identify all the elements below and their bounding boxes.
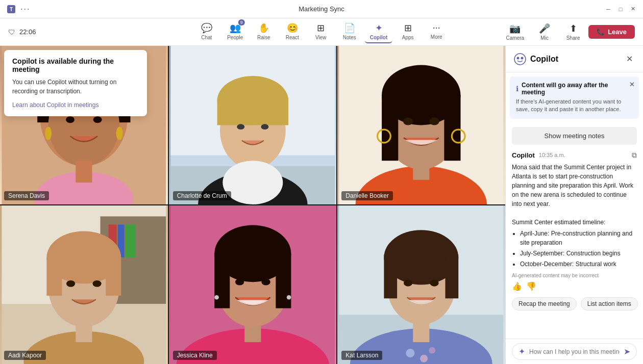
- apps-button[interactable]: ⊞ Apps: [394, 20, 421, 43]
- send-button[interactable]: ➤: [624, 347, 630, 356]
- camera-label: Camera: [506, 35, 525, 41]
- svg-rect-31: [444, 95, 461, 161]
- msg-text: Mona said that the Summit Center project…: [512, 163, 637, 269]
- timeline-item-3: October-December: Structural work: [520, 259, 637, 269]
- share-button[interactable]: ⬆ Share: [560, 21, 586, 43]
- mic-label: Mic: [540, 35, 549, 41]
- raise-label: Raise: [257, 35, 270, 40]
- notes-button[interactable]: 📄 Notes: [336, 20, 363, 43]
- svg-point-75: [514, 54, 526, 65]
- svg-rect-30: [382, 95, 398, 161]
- info-banner-title: Content will go away after the meeting: [522, 82, 633, 96]
- leave-button[interactable]: 📞 Leave: [588, 25, 635, 39]
- chat-label: Chat: [201, 35, 212, 40]
- share-icon: ⬆: [570, 23, 577, 34]
- panel-title: Copilot: [530, 55, 624, 64]
- react-icon: 😊: [287, 22, 298, 34]
- react-button[interactable]: 😊 React: [279, 20, 306, 43]
- danielle-portrait: [337, 46, 505, 204]
- recap-button[interactable]: Recap the meeting: [512, 297, 577, 310]
- main-content: Copilot is available during the meeting …: [0, 46, 643, 364]
- kat-label: Kat Larsson: [341, 351, 382, 360]
- jessica-portrait: [169, 205, 337, 364]
- tooltip-title: Copilot is available during the meeting: [12, 57, 139, 73]
- chat-icon: 💬: [201, 22, 212, 34]
- tooltip-text: You can use Copilot without turning on r…: [12, 77, 139, 96]
- notes-icon: 📄: [344, 22, 355, 34]
- show-notes-button[interactable]: Show meeting notes: [512, 127, 637, 145]
- people-button[interactable]: 👥9 People: [222, 20, 249, 43]
- svg-point-8: [93, 116, 102, 123]
- mic-icon: 🎤: [539, 23, 550, 34]
- apps-icon: ⊞: [404, 22, 412, 34]
- react-label: React: [286, 35, 299, 40]
- copilot-sparkle-button[interactable]: ✦: [518, 347, 525, 356]
- toolbar-left: 🛡 22:06: [8, 28, 36, 36]
- info-banner-close[interactable]: ✕: [629, 81, 635, 88]
- minimize-button[interactable]: ─: [604, 5, 612, 13]
- video-grid: Copilot is available during the meeting …: [0, 46, 505, 364]
- raise-button[interactable]: ✋ Raise: [251, 20, 277, 43]
- copilot-tooltip: Copilot is available during the meeting …: [4, 50, 147, 116]
- toolbar-center: 💬 Chat 👥9 People ✋ Raise 😊 React ⊞ View …: [193, 20, 450, 43]
- shield-icon: 🛡: [8, 28, 15, 36]
- msg-intro: Mona said that the Summit Center project…: [512, 164, 633, 207]
- svg-rect-12: [76, 161, 92, 183]
- timeline-item-2: July-September: Construction begins: [520, 249, 637, 258]
- svg-point-66: [421, 355, 428, 362]
- mic-button[interactable]: 🎤 Mic: [531, 21, 558, 43]
- maximize-button[interactable]: □: [616, 5, 625, 13]
- input-row: ✦ ➤: [512, 343, 637, 360]
- charlotte-label: Charlotte de Crum: [173, 191, 231, 200]
- svg-point-10: [116, 127, 123, 140]
- svg-point-34: [403, 117, 413, 125]
- svg-point-22: [261, 124, 268, 129]
- info-icon: ℹ: [516, 85, 518, 93]
- svg-text:T: T: [10, 7, 13, 12]
- list-action-items-button[interactable]: List action items: [581, 297, 638, 310]
- thumbs-up-button[interactable]: 👍: [512, 281, 522, 291]
- panel-content: Show meeting notes Copilot 10:35 a.m. ⧉ …: [506, 123, 643, 339]
- tooltip-link[interactable]: Learn about Copilot in meetings: [12, 101, 98, 109]
- camera-button[interactable]: 📷 Camera: [501, 21, 530, 43]
- close-button[interactable]: ✕: [629, 5, 637, 13]
- window-controls: ─ □ ✕: [604, 5, 637, 13]
- msg-sender: Copilot: [512, 151, 535, 159]
- people-label: People: [227, 35, 243, 40]
- chat-button[interactable]: 💬 Chat: [193, 20, 220, 43]
- action-buttons: Recap the meeting List action items ↻: [512, 297, 637, 313]
- svg-rect-47: [106, 257, 121, 296]
- copilot-button[interactable]: ✦ Copilot: [365, 20, 392, 43]
- teams-logo: T: [6, 4, 16, 14]
- more-button[interactable]: ··· More: [423, 20, 450, 43]
- svg-point-9: [45, 127, 52, 140]
- aadi-label: Aadi Kapoor: [4, 351, 46, 360]
- jessica-label: Jessica Kline: [173, 351, 217, 360]
- view-icon: ⊞: [317, 22, 325, 34]
- svg-point-23: [222, 161, 283, 204]
- copilot-label: Copilot: [370, 35, 387, 40]
- thumbs-down-button[interactable]: 👎: [526, 281, 536, 291]
- svg-point-49: [92, 280, 101, 287]
- video-cell-jessica: Jessica Kline: [169, 205, 337, 364]
- svg-point-35: [430, 117, 439, 125]
- svg-point-72: [387, 260, 455, 280]
- notes-label: Notes: [343, 35, 356, 40]
- app-menu[interactable]: ···: [20, 5, 30, 14]
- leave-label: Leave: [608, 28, 627, 36]
- svg-rect-71: [446, 255, 459, 299]
- danielle-label: Danielle Booker: [341, 191, 393, 200]
- chat-input[interactable]: [529, 348, 620, 355]
- svg-rect-46: [46, 257, 62, 296]
- copilot-panel-icon: [514, 53, 526, 65]
- more-label: More: [431, 34, 442, 40]
- svg-point-76: [517, 57, 520, 59]
- svg-rect-56: [276, 253, 291, 308]
- msg-timeline-header: Summit Center estimated timeline:: [512, 219, 605, 226]
- copy-button[interactable]: ⧉: [632, 151, 637, 160]
- video-cell-charlotte: Charlotte de Crum: [169, 46, 337, 204]
- panel-close-button[interactable]: ✕: [624, 52, 635, 66]
- svg-point-60: [261, 279, 270, 285]
- view-button[interactable]: ⊞ View: [308, 20, 334, 43]
- video-cell-kat: Kat Larsson: [337, 205, 505, 364]
